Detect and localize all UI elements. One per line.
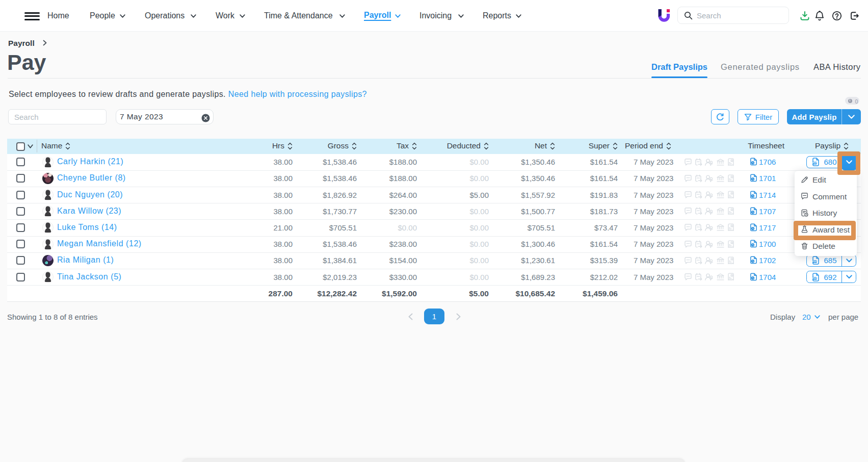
svg-text:PDF: PDF xyxy=(812,277,817,279)
svg-text:PDF: PDF xyxy=(812,261,817,263)
svg-text:PDF: PDF xyxy=(812,162,817,164)
